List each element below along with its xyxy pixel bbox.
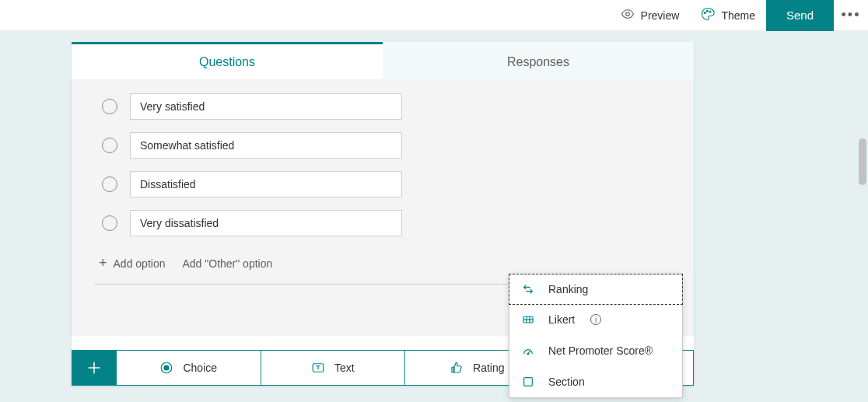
type-text[interactable]: Text xyxy=(261,351,405,385)
type-choice[interactable]: Choice xyxy=(116,351,261,385)
tabs: Questions Responses xyxy=(72,42,694,79)
radio-selected-icon xyxy=(159,361,173,375)
radio-icon xyxy=(102,99,117,114)
add-other-button[interactable]: Add "Other" option xyxy=(182,257,272,270)
eye-icon xyxy=(621,7,635,23)
more-button[interactable]: ••• xyxy=(834,0,868,31)
type-likert-label: Likert xyxy=(548,313,575,326)
type-nps[interactable]: Net Promoter Score® xyxy=(509,335,682,366)
type-nps-label: Net Promoter Score® xyxy=(548,344,653,357)
svg-point-7 xyxy=(164,365,169,370)
section-icon xyxy=(522,376,536,388)
plus-icon: + xyxy=(99,255,107,271)
add-option-label: Add option xyxy=(114,257,166,270)
theme-button[interactable]: Theme xyxy=(690,0,766,31)
theme-label: Theme xyxy=(721,9,755,22)
type-ranking[interactable]: Ranking xyxy=(509,274,683,305)
type-section[interactable]: Section xyxy=(509,366,682,397)
tab-responses-label: Responses xyxy=(507,55,569,69)
svg-point-2 xyxy=(707,10,709,12)
type-text-label: Text xyxy=(334,362,355,374)
add-option-button[interactable]: + Add option xyxy=(99,255,165,271)
send-button[interactable]: Send xyxy=(766,0,834,31)
plus-icon xyxy=(86,359,103,376)
radio-icon xyxy=(102,177,117,192)
tab-responses[interactable]: Responses xyxy=(383,42,694,79)
type-section-label: Section xyxy=(548,376,585,388)
option-input[interactable]: Very satisfied xyxy=(130,93,402,120)
option-row: Dissatisfied xyxy=(94,171,671,198)
type-likert[interactable]: Likert i xyxy=(509,304,682,335)
type-rating-label: Rating xyxy=(473,362,504,374)
nps-icon xyxy=(522,344,536,357)
preview-button[interactable]: Preview xyxy=(610,0,691,31)
svg-point-0 xyxy=(625,12,629,16)
svg-point-1 xyxy=(705,12,706,14)
option-input[interactable]: Dissatisfied xyxy=(130,171,402,198)
more-types-dropdown: Ranking Likert i Net Promoter Score® Sec… xyxy=(509,274,683,398)
top-toolbar: Preview Theme Send ••• xyxy=(0,0,868,31)
svg-point-3 xyxy=(709,11,711,12)
radio-icon xyxy=(102,138,117,153)
palette-icon xyxy=(701,7,715,23)
thumbs-up-icon xyxy=(450,361,464,375)
type-ranking-label: Ranking xyxy=(548,283,588,295)
ranking-icon xyxy=(522,283,536,295)
send-label: Send xyxy=(786,9,814,22)
ellipsis-icon: ••• xyxy=(842,7,861,23)
likert-icon xyxy=(522,313,536,326)
option-row: Very dissatisfied xyxy=(94,210,671,236)
radio-icon xyxy=(102,215,117,231)
option-input[interactable]: Somewhat satisfied xyxy=(130,132,402,159)
option-row: Very satisfied xyxy=(94,93,671,120)
tab-questions[interactable]: Questions xyxy=(72,42,383,79)
preview-label: Preview xyxy=(641,9,680,22)
app-root: Preview Theme Send ••• Questions Respons… xyxy=(0,0,868,402)
svg-point-18 xyxy=(527,353,529,355)
option-input[interactable]: Very dissatisfied xyxy=(130,210,402,236)
add-question-button[interactable] xyxy=(72,351,116,385)
add-other-label: Add "Other" option xyxy=(182,257,272,270)
text-icon xyxy=(311,361,325,375)
tab-questions-label: Questions xyxy=(199,55,255,69)
scrollbar-thumb[interactable] xyxy=(859,138,866,185)
svg-rect-19 xyxy=(524,378,533,386)
option-row: Somewhat satisfied xyxy=(94,132,671,159)
info-icon[interactable]: i xyxy=(590,314,601,325)
type-choice-label: Choice xyxy=(183,362,217,374)
